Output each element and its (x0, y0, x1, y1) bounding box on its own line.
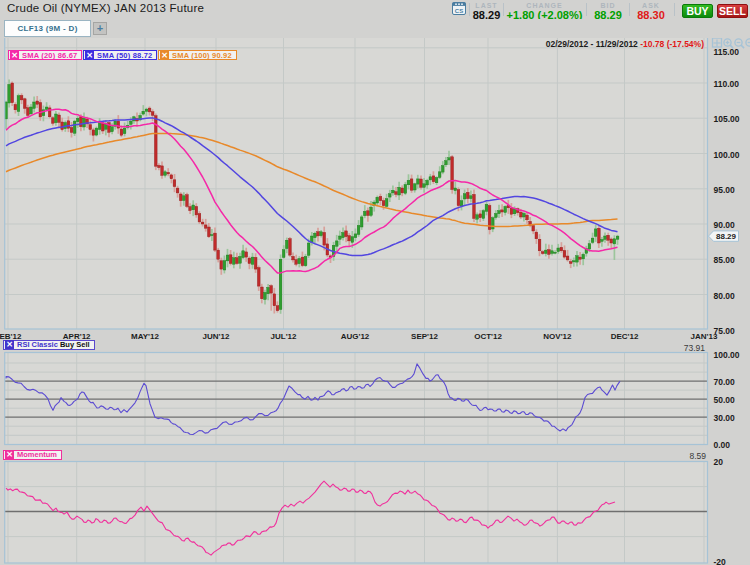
svg-text:80.00: 80.00 (714, 291, 736, 301)
svg-text:AUG'12: AUG'12 (341, 332, 370, 341)
svg-text:100.00: 100.00 (714, 350, 740, 360)
svg-text:85.00: 85.00 (714, 255, 736, 265)
svg-text:88.29: 88.29 (716, 232, 737, 241)
svg-text:NOV'12: NOV'12 (543, 332, 572, 341)
svg-text:100.00: 100.00 (714, 150, 740, 160)
svg-text:JUL'12: JUL'12 (271, 332, 297, 341)
svg-text:8.59: 8.59 (689, 451, 706, 461)
svg-text:CS: CS (455, 8, 463, 14)
svg-text:95.00: 95.00 (714, 185, 736, 195)
svg-text:20: 20 (714, 457, 724, 467)
svg-text:JUN'12: JUN'12 (203, 332, 230, 341)
svg-text:SEP'12: SEP'12 (411, 332, 438, 341)
svg-text:02/29/2012 - 11/29/2012 -10.7: 02/29/2012 - 11/29/2012 -10.78 (-17.54%) (546, 39, 704, 49)
svg-text:73.91: 73.91 (684, 343, 706, 353)
svg-text:50.00: 50.00 (714, 395, 736, 405)
svg-text:110.00: 110.00 (714, 79, 740, 89)
svg-text:70.00: 70.00 (714, 377, 736, 387)
svg-text:115.00: 115.00 (714, 47, 740, 57)
svg-text:MAY'12: MAY'12 (131, 332, 159, 341)
svg-text:90.00: 90.00 (714, 220, 736, 230)
svg-text:-20: -20 (714, 557, 727, 565)
svg-text:JAN'13: JAN'13 (691, 332, 718, 341)
svg-text:105.00: 105.00 (714, 114, 740, 124)
svg-text:DEC'12: DEC'12 (611, 332, 639, 341)
svg-text:OCT'12: OCT'12 (474, 332, 502, 341)
svg-text:30.00: 30.00 (714, 413, 736, 423)
svg-text:0.00: 0.00 (714, 440, 731, 450)
